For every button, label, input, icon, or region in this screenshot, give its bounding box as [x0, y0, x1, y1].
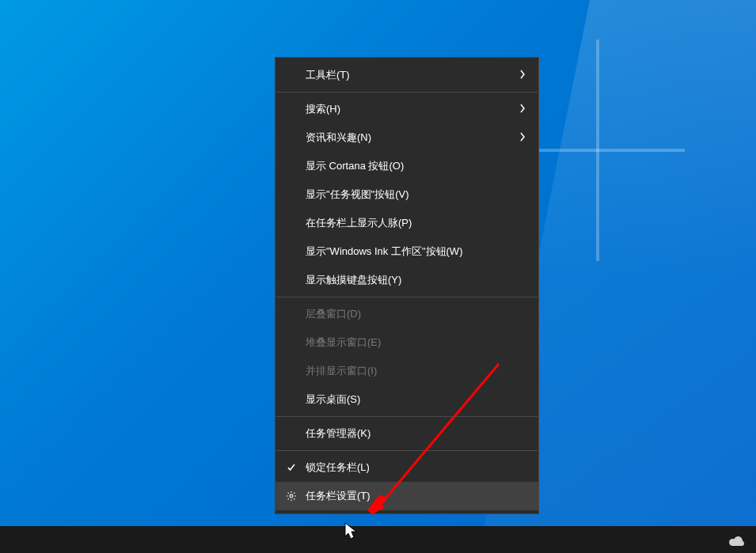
menu-separator: [276, 92, 538, 93]
taskbar-context-menu: 工具栏(T) 搜索(H) 资讯和兴趣(N) 显示 Cortana 按钮(O): [275, 57, 539, 514]
menu-cascade: 层叠窗口(D): [275, 300, 538, 328]
menu-label: 显示 Cortana 按钮(O): [306, 159, 404, 173]
menu-separator: [276, 416, 538, 417]
menu-search[interactable]: 搜索(H): [275, 95, 538, 123]
menu-label: 层叠窗口(D): [306, 307, 361, 321]
menu-label: 显示"Windows Ink 工作区"按钮(W): [306, 244, 462, 259]
weather-cloud-icon[interactable]: [728, 534, 747, 548]
menu-label: 在任务栏上显示人脉(P): [306, 216, 412, 230]
menu-label: 显示"任务视图"按钮(V): [306, 187, 409, 202]
gear-icon: [285, 490, 298, 502]
menu-label: 任务管理器(K): [306, 426, 370, 441]
menu-show-touch-keyboard[interactable]: 显示触摸键盘按钮(Y): [275, 266, 538, 294]
menu-label: 资讯和兴趣(N): [306, 131, 371, 145]
menu-show-taskview[interactable]: 显示"任务视图"按钮(V): [275, 180, 538, 209]
menu-label: 堆叠显示窗口(E): [306, 335, 381, 350]
menu-label: 任务栏设置(T): [306, 489, 370, 503]
menu-stacked: 堆叠显示窗口(E): [275, 328, 538, 357]
menu-label: 显示桌面(S): [306, 392, 360, 407]
menu-label: 搜索(H): [306, 102, 340, 116]
menu-separator: [276, 297, 538, 297]
menu-separator: [276, 450, 538, 451]
chevron-right-icon: [519, 103, 526, 116]
menu-toolbars[interactable]: 工具栏(T): [275, 61, 538, 89]
menu-lock-taskbar[interactable]: 锁定任务栏(L): [275, 453, 538, 482]
menu-label: 显示触摸键盘按钮(Y): [306, 273, 401, 287]
chevron-right-icon: [519, 69, 526, 81]
check-icon: [285, 461, 298, 474]
menu-news-interests[interactable]: 资讯和兴趣(N): [275, 123, 538, 152]
menu-show-ink[interactable]: 显示"Windows Ink 工作区"按钮(W): [275, 237, 538, 266]
taskbar[interactable]: [0, 526, 756, 553]
menu-label: 并排显示窗口(I): [306, 364, 377, 378]
menu-show-people[interactable]: 在任务栏上显示人脉(P): [275, 209, 538, 237]
menu-label: 锁定任务栏(L): [306, 460, 370, 475]
menu-show-cortana[interactable]: 显示 Cortana 按钮(O): [275, 152, 538, 180]
menu-taskbar-settings[interactable]: 任务栏设置(T): [275, 482, 538, 510]
menu-label: 工具栏(T): [306, 68, 350, 82]
menu-sidebyside: 并排显示窗口(I): [275, 357, 538, 385]
menu-show-desktop[interactable]: 显示桌面(S): [275, 385, 538, 414]
menu-task-manager[interactable]: 任务管理器(K): [275, 419, 538, 448]
chevron-right-icon: [519, 131, 526, 144]
svg-point-0: [290, 494, 293, 498]
desktop-background[interactable]: 工具栏(T) 搜索(H) 资讯和兴趣(N) 显示 Cortana 按钮(O): [0, 0, 756, 553]
